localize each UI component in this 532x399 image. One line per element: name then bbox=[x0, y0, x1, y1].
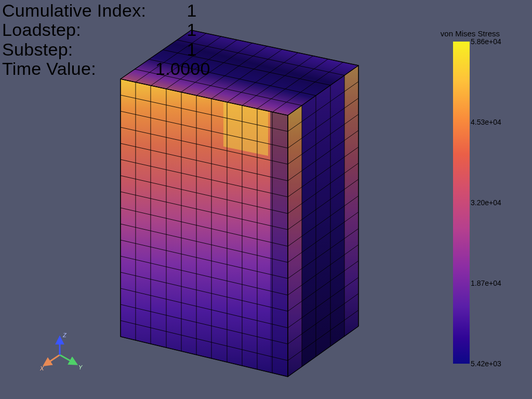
axis-x-arrow bbox=[44, 355, 60, 365]
axis-z-label: Z bbox=[62, 332, 67, 338]
legend-ticks: 5.86e+04 4.53e+04 3.20e+04 1.87e+04 5.42… bbox=[471, 42, 508, 364]
info-label: Cumulative Index: bbox=[2, 1, 155, 20]
axis-triad[interactable]: X Y Z bbox=[36, 331, 83, 378]
info-row-time: Time Value: 1.0000 bbox=[2, 59, 228, 78]
info-row-loadstep: Loadstep: 1 bbox=[2, 20, 228, 39]
legend-tick: 5.86e+04 bbox=[471, 37, 501, 46]
legend-tick: 3.20e+04 bbox=[471, 198, 501, 207]
legend-tick: 4.53e+04 bbox=[471, 118, 501, 126]
axis-y-arrow bbox=[60, 355, 76, 364]
info-value: 1 bbox=[155, 1, 228, 20]
legend-tick: 1.87e+04 bbox=[471, 279, 501, 287]
info-label: Loadstep: bbox=[2, 20, 155, 39]
legend-tick: 5.42e+03 bbox=[471, 360, 501, 368]
info-row-cumulative: Cumulative Index: 1 bbox=[2, 1, 228, 20]
legend-colorbar bbox=[453, 42, 470, 364]
axis-x-label: X bbox=[39, 365, 44, 371]
info-label: Time Value: bbox=[2, 59, 155, 78]
viewport[interactable]: Cumulative Index: 1 Loadstep: 1 Substep:… bbox=[0, 0, 532, 399]
info-value: 1 bbox=[155, 40, 228, 59]
info-label: Substep: bbox=[2, 40, 155, 59]
legend-title: von Mises Stress bbox=[427, 29, 500, 38]
axis-y-label: Y bbox=[78, 364, 83, 370]
info-value: 1.0000 bbox=[155, 59, 228, 78]
solution-info: Cumulative Index: 1 Loadstep: 1 Substep:… bbox=[2, 1, 228, 79]
info-value: 1 bbox=[155, 20, 228, 39]
info-row-substep: Substep: 1 bbox=[2, 40, 228, 59]
